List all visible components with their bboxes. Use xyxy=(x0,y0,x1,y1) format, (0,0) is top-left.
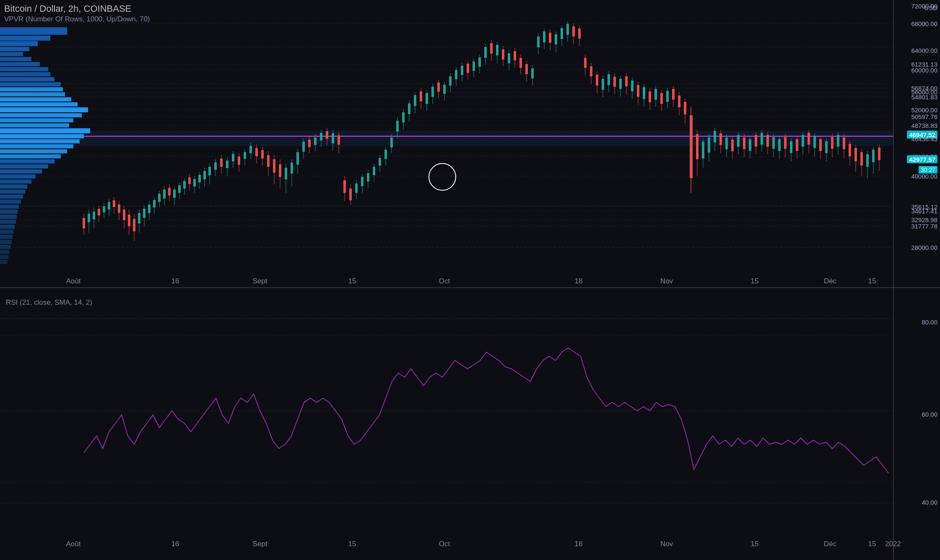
svg-rect-45 xyxy=(0,144,73,148)
svg-rect-60 xyxy=(0,220,16,224)
time-label-18: 18 xyxy=(575,277,583,285)
svg-rect-65 xyxy=(0,245,10,249)
svg-rect-46 xyxy=(0,149,67,153)
svg-rect-150 xyxy=(296,152,299,165)
svg-rect-180 xyxy=(384,150,387,159)
current-time-label: 30:27 xyxy=(919,166,937,174)
svg-rect-214 xyxy=(484,47,487,58)
svg-rect-198 xyxy=(437,83,440,92)
svg-rect-130 xyxy=(238,156,240,165)
svg-rect-246 xyxy=(578,29,581,39)
svg-rect-232 xyxy=(537,36,540,47)
svg-rect-256 xyxy=(608,74,610,85)
svg-rect-178 xyxy=(379,158,381,166)
svg-rect-250 xyxy=(590,66,592,76)
svg-rect-324 xyxy=(808,133,810,145)
svg-rect-308 xyxy=(761,133,763,145)
svg-rect-68 xyxy=(0,260,8,264)
svg-rect-230 xyxy=(531,68,534,78)
svg-rect-326 xyxy=(813,136,816,148)
svg-rect-118 xyxy=(203,171,206,179)
svg-rect-348 xyxy=(878,148,880,160)
svg-rect-340 xyxy=(854,148,857,161)
svg-rect-50 xyxy=(0,169,42,174)
svg-rect-332 xyxy=(831,137,834,149)
rsi-time-label-15: 15 xyxy=(348,540,356,548)
rsi-chart xyxy=(0,293,893,545)
svg-rect-184 xyxy=(396,121,399,132)
rsi-time-label-15-nov: 15 xyxy=(751,540,759,548)
svg-rect-334 xyxy=(837,135,839,147)
chart-title: Bitcoin / Dollar, 2h, COINBASE xyxy=(4,3,150,14)
svg-rect-262 xyxy=(625,76,628,86)
svg-rect-29 xyxy=(0,62,40,66)
svg-rect-286 xyxy=(696,134,699,159)
svg-rect-248 xyxy=(584,58,587,68)
rsi-price-60: 60.00 xyxy=(922,411,937,418)
svg-rect-228 xyxy=(525,64,528,74)
svg-rect-128 xyxy=(232,154,234,161)
svg-rect-132 xyxy=(244,152,246,159)
svg-rect-288 xyxy=(702,142,704,158)
svg-rect-72 xyxy=(88,214,90,222)
svg-rect-244 xyxy=(572,26,575,36)
svg-rect-33 xyxy=(0,82,61,86)
svg-rect-264 xyxy=(631,80,634,91)
svg-rect-52 xyxy=(0,179,31,184)
svg-rect-206 xyxy=(461,66,463,75)
svg-rect-202 xyxy=(449,76,452,86)
svg-rect-90 xyxy=(133,219,135,231)
svg-rect-330 xyxy=(825,141,828,153)
svg-rect-116 xyxy=(198,175,201,182)
svg-rect-158 xyxy=(320,133,322,140)
svg-rect-76 xyxy=(98,209,100,215)
svg-rect-290 xyxy=(708,137,710,153)
svg-rect-44 xyxy=(0,139,80,143)
svg-rect-226 xyxy=(519,58,522,68)
svg-rect-25 xyxy=(0,41,38,46)
svg-rect-268 xyxy=(643,87,645,99)
svg-rect-142 xyxy=(273,159,275,173)
svg-rect-272 xyxy=(654,89,657,100)
svg-rect-152 xyxy=(302,142,305,152)
time-label-oct: Oct xyxy=(439,277,450,285)
svg-rect-78 xyxy=(103,206,105,213)
svg-rect-102 xyxy=(163,189,166,199)
svg-rect-53 xyxy=(0,184,27,189)
svg-rect-346 xyxy=(872,150,875,162)
svg-rect-190 xyxy=(414,95,416,106)
svg-rect-86 xyxy=(123,210,125,220)
svg-rect-216 xyxy=(490,43,493,54)
svg-rect-126 xyxy=(226,161,229,168)
svg-rect-66 xyxy=(0,250,9,254)
svg-rect-174 xyxy=(367,173,369,181)
time-label-16: 16 xyxy=(171,277,179,285)
main-chart xyxy=(0,0,893,285)
svg-rect-328 xyxy=(819,139,822,151)
svg-rect-67 xyxy=(0,255,8,259)
svg-rect-254 xyxy=(602,79,604,90)
rsi-time-label-16: 16 xyxy=(171,540,179,548)
svg-rect-176 xyxy=(373,167,375,175)
svg-rect-344 xyxy=(866,154,869,167)
svg-rect-43 xyxy=(0,134,84,138)
svg-rect-260 xyxy=(619,79,622,89)
svg-rect-88 xyxy=(128,215,130,226)
svg-rect-32 xyxy=(0,77,55,81)
svg-rect-238 xyxy=(555,34,557,44)
svg-rect-24 xyxy=(0,36,50,41)
svg-rect-48 xyxy=(0,159,55,163)
svg-rect-112 xyxy=(188,177,191,184)
svg-rect-160 xyxy=(326,131,328,139)
svg-rect-222 xyxy=(508,53,510,63)
svg-rect-218 xyxy=(496,45,499,55)
svg-rect-136 xyxy=(255,148,258,156)
svg-rect-298 xyxy=(731,140,734,151)
svg-rect-104 xyxy=(168,188,171,195)
svg-rect-170 xyxy=(355,184,358,193)
svg-rect-258 xyxy=(613,77,616,87)
svg-rect-280 xyxy=(678,96,680,107)
svg-rect-188 xyxy=(408,104,410,114)
svg-rect-302 xyxy=(743,137,745,149)
time-label-15-sept: 15 xyxy=(348,277,356,285)
